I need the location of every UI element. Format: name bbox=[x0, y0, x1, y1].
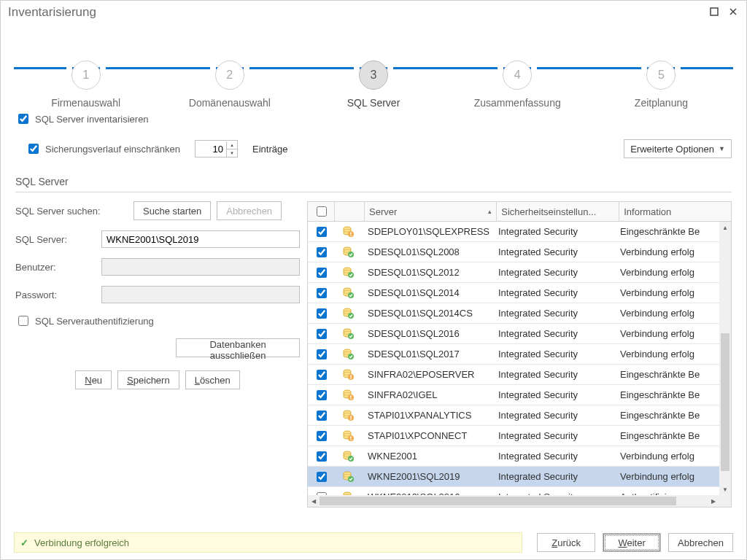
row-info: Eingeschränkte Be bbox=[616, 410, 719, 421]
content-area: SQL Server inventarisieren Sicherungsver… bbox=[1, 112, 746, 508]
row-checkbox[interactable] bbox=[317, 247, 327, 257]
grid-select-all-checkbox[interactable] bbox=[317, 206, 327, 217]
database-icon bbox=[334, 267, 363, 279]
delete-button[interactable]: Löschen bbox=[185, 370, 240, 389]
grid-header-server[interactable]: Server bbox=[365, 202, 497, 221]
table-row[interactable]: SINFRA02\IGELIntegrated SecurityEingesch… bbox=[308, 385, 719, 405]
exclude-db-button[interactable]: Datenbanken ausschließen bbox=[176, 338, 300, 357]
row-checkbox[interactable] bbox=[317, 329, 327, 339]
status-bar: ✓ Verbindung erfolgreich bbox=[14, 532, 522, 553]
step-1[interactable]: 1Firmenauswahl bbox=[14, 31, 158, 109]
divider bbox=[15, 192, 732, 192]
row-checkbox[interactable] bbox=[317, 227, 327, 237]
table-row[interactable]: WKNE2001Integrated SecurityVerbindung er… bbox=[308, 446, 719, 467]
crud-buttons: Neu Speichern Löschen bbox=[15, 370, 300, 389]
step-3[interactable]: 3SQL Server bbox=[301, 31, 445, 109]
next-button[interactable]: Weiter bbox=[603, 533, 661, 552]
table-row[interactable]: SDESQL01\SQL2017Integrated SecurityVerbi… bbox=[308, 344, 719, 365]
row-checkbox[interactable] bbox=[317, 390, 327, 400]
svg-rect-32 bbox=[350, 395, 351, 397]
left-pane: SQL Server suchen: Suche starten Abbrech… bbox=[15, 201, 300, 508]
table-row[interactable]: WKNE2001\SQL2019Integrated SecurityVerbi… bbox=[308, 467, 719, 487]
sqlauth-checkbox[interactable]: SQL Serverauthentifizierung bbox=[15, 314, 300, 328]
scroll-h-thumb[interactable] bbox=[320, 497, 676, 505]
table-row[interactable]: SDESQL01\SQL2014Integrated SecurityVerbi… bbox=[308, 283, 719, 303]
table-row[interactable]: STAPI01\XPCONNECTIntegrated SecurityEing… bbox=[308, 426, 719, 446]
row-checkbox[interactable] bbox=[317, 472, 327, 482]
row-checkbox[interactable] bbox=[317, 308, 327, 319]
save-button[interactable]: Speichern bbox=[117, 370, 179, 389]
row-info: Eingeschränkte Be bbox=[616, 430, 719, 441]
database-icon bbox=[334, 451, 363, 462]
scroll-right-icon[interactable]: ▶ bbox=[708, 495, 719, 507]
scroll-left-icon[interactable]: ◀ bbox=[308, 495, 320, 507]
step-5[interactable]: 5Zeitplanung bbox=[589, 31, 733, 109]
spinner-down-icon[interactable]: ▼ bbox=[227, 149, 237, 157]
password-row: Passwort: bbox=[15, 286, 300, 303]
grid-header-security[interactable]: Sicherheitseinstellun... bbox=[497, 202, 619, 221]
table-row[interactable]: SDESQL01\SQL2008Integrated SecurityVerbi… bbox=[308, 242, 719, 262]
new-button[interactable]: Neu bbox=[75, 370, 112, 389]
scroll-v-thumb[interactable] bbox=[721, 333, 729, 471]
advanced-options-dropdown[interactable]: Erweiterte Optionen ▼ bbox=[624, 139, 732, 158]
search-start-button[interactable]: Suche starten bbox=[133, 201, 211, 220]
spinner-up-icon[interactable]: ▲ bbox=[227, 141, 237, 149]
row-checkbox[interactable] bbox=[317, 451, 327, 462]
row-security: Integrated Security bbox=[494, 430, 616, 441]
password-input[interactable] bbox=[101, 286, 300, 303]
spinner-arrows: ▲ ▼ bbox=[226, 141, 237, 157]
restrict-label: Sicherungsverlauf einschränken bbox=[45, 144, 180, 155]
horizontal-scrollbar[interactable]: ◀ ▶ bbox=[308, 495, 719, 507]
row-server: SDESQL01\SQL2014 bbox=[363, 287, 494, 298]
step-2[interactable]: 2Domänenauswahl bbox=[158, 31, 301, 109]
row-security: Integrated Security bbox=[494, 349, 616, 359]
scroll-down-icon[interactable]: ▼ bbox=[719, 483, 731, 495]
table-row[interactable]: STAPI01\XPANALYTICSIntegrated SecurityEi… bbox=[308, 405, 719, 426]
row-checkbox-cell bbox=[308, 470, 334, 484]
table-row[interactable]: SDEPLOY01\SQLEXPRESSIntegrated SecurityE… bbox=[308, 222, 719, 242]
footer-buttons: Zurück Weiter Abbrechen bbox=[537, 533, 733, 552]
server-input[interactable] bbox=[101, 230, 300, 248]
row-checkbox[interactable] bbox=[317, 370, 327, 380]
grid-header-info[interactable]: Information bbox=[619, 202, 723, 221]
row-checkbox-cell bbox=[308, 429, 334, 443]
close-icon[interactable] bbox=[727, 5, 739, 20]
row-checkbox[interactable] bbox=[317, 288, 327, 298]
row-checkbox-cell bbox=[308, 225, 334, 239]
user-input[interactable] bbox=[101, 258, 300, 276]
main-layout: SQL Server suchen: Suche starten Abbrech… bbox=[15, 201, 732, 508]
table-row[interactable]: SDESQL01\SQL2012Integrated SecurityVerbi… bbox=[308, 262, 719, 283]
inventorize-checkbox-input[interactable] bbox=[18, 114, 28, 124]
entries-input[interactable] bbox=[196, 143, 226, 155]
right-pane: Server Sicherheitseinstellun... Informat… bbox=[307, 201, 732, 508]
svg-rect-33 bbox=[350, 398, 351, 399]
table-row[interactable]: SDESQL01\SQL2014CSIntegrated SecurityVer… bbox=[308, 303, 719, 324]
restrict-checkbox-input[interactable] bbox=[28, 144, 39, 154]
back-button[interactable]: Zurück bbox=[537, 533, 595, 552]
row-checkbox[interactable] bbox=[317, 411, 327, 421]
row-server: SDESQL01\SQL2017 bbox=[363, 349, 494, 359]
search-cancel-button[interactable]: Abbrechen bbox=[217, 201, 282, 220]
step-4[interactable]: 4Zusammenfassung bbox=[446, 31, 589, 109]
row-checkbox[interactable] bbox=[317, 268, 327, 278]
table-row[interactable]: SDESQL01\SQL2016Integrated SecurityVerbi… bbox=[308, 324, 719, 344]
row-security: Integrated Security bbox=[494, 287, 616, 298]
scroll-up-icon[interactable]: ▲ bbox=[719, 222, 731, 233]
user-row: Benutzer: bbox=[15, 258, 300, 276]
table-row[interactable]: SINFRA02\EPOSERVERIntegrated SecurityEin… bbox=[308, 365, 719, 385]
maximize-icon[interactable] bbox=[708, 5, 720, 20]
scroll-h-track[interactable] bbox=[320, 495, 708, 507]
database-icon bbox=[334, 226, 363, 238]
sqlauth-checkbox-input[interactable] bbox=[18, 316, 28, 326]
scroll-v-track[interactable] bbox=[719, 233, 731, 483]
row-checkbox[interactable] bbox=[317, 431, 327, 441]
inventorize-checkbox[interactable]: SQL Server inventarisieren bbox=[15, 112, 149, 126]
user-label: Benutzer: bbox=[15, 262, 96, 273]
stepper: 1Firmenauswahl2Domänenauswahl3SQL Server… bbox=[14, 31, 733, 112]
restrict-checkbox[interactable]: Sicherungsverlauf einschränken bbox=[26, 141, 180, 156]
cancel-button[interactable]: Abbrechen bbox=[668, 533, 733, 552]
row-checkbox[interactable] bbox=[317, 349, 327, 359]
entries-spinner[interactable]: ▲ ▼ bbox=[195, 140, 238, 158]
vertical-scrollbar[interactable]: ▲ ▼ bbox=[719, 222, 731, 495]
grid-header-scroll-spacer bbox=[723, 202, 731, 221]
